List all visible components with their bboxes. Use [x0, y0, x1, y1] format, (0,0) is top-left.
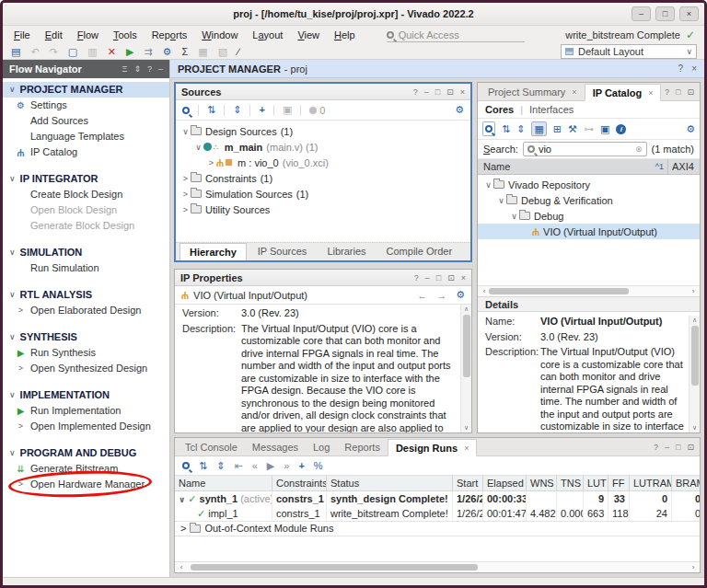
tab-ip-catalog[interactable]: IP Catalog×	[585, 84, 662, 101]
maximize-button[interactable]: □	[655, 6, 675, 21]
scrollbar-thumb[interactable]	[191, 564, 477, 571]
fn-section-project-manager[interactable]: ∨PROJECT MANAGER	[3, 82, 169, 98]
vertical-scrollbar[interactable]: ∧ ∨	[460, 305, 471, 432]
maximize-panel-icon[interactable]: □	[435, 87, 440, 97]
fn-item-add-sources[interactable]: Add Sources	[3, 113, 169, 129]
tab-log[interactable]: Log	[306, 438, 337, 455]
close-icon[interactable]: ×	[691, 63, 697, 74]
help-icon[interactable]: ?	[147, 64, 152, 74]
float-panel-icon[interactable]: ⊡	[687, 443, 694, 452]
scroll-left-icon[interactable]: ‹	[177, 563, 186, 571]
forward-arrow-icon[interactable]: →	[436, 290, 446, 301]
layout-selector[interactable]: Default Layout ∨	[561, 44, 697, 59]
add-run-icon[interactable]: +	[298, 459, 304, 473]
step-icon[interactable]: ⇉	[144, 45, 152, 59]
runs-header-row[interactable]: Name Constraints Status Start Elapsed WN…	[175, 476, 700, 491]
hierarchy-view-icon[interactable]: ⊞	[553, 122, 562, 136]
disabled-edit-icon[interactable]: ▧	[218, 45, 227, 59]
catalog-column-header[interactable]: Name ^1 AXI4	[478, 159, 700, 175]
fn-item-open-hardware-manager[interactable]: > Open Hardware Manager	[3, 477, 169, 492]
maximize-panel-icon[interactable]: □	[436, 273, 441, 282]
help-icon[interactable]: ?	[665, 87, 669, 97]
tree-item-vio-instance[interactable]: > Ψ m : vio_0(vio_0.xci)	[176, 155, 470, 170]
tree-item-debug[interactable]: ∨ Debug	[478, 208, 700, 224]
float-panel-icon[interactable]: ⊡	[447, 273, 455, 282]
tab-messages[interactable]: Messages	[245, 438, 306, 455]
step-back-icon[interactable]: «	[252, 459, 258, 473]
menu-view[interactable]: View	[297, 29, 319, 40]
expand-all-icon[interactable]: ⇕	[516, 122, 525, 136]
tab-design-runs[interactable]: Design Runs×	[388, 439, 478, 456]
scroll-down-icon[interactable]: ∨	[692, 423, 697, 432]
catalog-search-field[interactable]: vio ⊗	[523, 142, 647, 156]
delete-icon[interactable]: ✕	[108, 45, 116, 59]
scroll-down-icon[interactable]: ∨	[464, 423, 469, 432]
maximize-panel-icon[interactable]: □	[676, 443, 680, 452]
fn-item-run-simulation[interactable]: Run Simulation	[3, 260, 169, 276]
minimize-panel-icon[interactable]: –	[665, 443, 669, 452]
expand-all-icon[interactable]: ⇕	[233, 103, 241, 117]
horizontal-scrollbar[interactable]: ‹ ›	[175, 561, 700, 572]
fn-item-create-block-design[interactable]: Create Block Design	[3, 187, 169, 202]
close-icon[interactable]: ×	[464, 444, 469, 453]
menu-tools[interactable]: Tools	[113, 29, 137, 40]
menu-layout[interactable]: Layout	[252, 29, 283, 40]
quick-access-search[interactable]: Quick Access	[387, 29, 525, 42]
help-icon[interactable]: ?	[414, 273, 419, 282]
report-sigma-icon[interactable]: Σ	[181, 45, 188, 59]
key-icon[interactable]: ⊶	[584, 122, 594, 136]
tree-item-m-main[interactable]: ∨ ∴ m_main(main.v) (1)	[176, 139, 470, 155]
fn-section-synthesis[interactable]: ∨SYNTHESIS	[3, 329, 169, 345]
scrollbar-thumb[interactable]	[489, 288, 629, 294]
tab-reports[interactable]: Reports	[337, 438, 388, 455]
help-icon[interactable]: ?	[678, 63, 684, 74]
fn-item-run-synthesis[interactable]: ▶Run Synthesis	[3, 345, 169, 361]
close-icon[interactable]: ×	[572, 87, 576, 97]
scroll-up-icon[interactable]: ∧	[464, 305, 469, 314]
horizontal-scrollbar[interactable]: ‹ ›	[478, 285, 700, 296]
tab-libraries[interactable]: Libraries	[318, 243, 375, 260]
fn-item-run-implementation[interactable]: ▶Run Implementation	[3, 403, 169, 419]
redo-icon[interactable]: ↷	[50, 45, 58, 59]
close-button[interactable]: ×	[679, 6, 699, 21]
scroll-right-icon[interactable]: ›	[689, 563, 698, 571]
tab-compile-order[interactable]: Compile Order	[377, 243, 462, 260]
filter-icon[interactable]: ▦	[531, 121, 546, 136]
minimize-panel-icon[interactable]: –	[158, 64, 163, 74]
tab-tcl-console[interactable]: Tcl Console	[178, 438, 245, 455]
close-icon[interactable]: ×	[461, 273, 466, 282]
menu-flow[interactable]: Flow	[77, 29, 99, 40]
column-name[interactable]: Name	[483, 161, 655, 172]
close-icon[interactable]: ×	[460, 87, 465, 97]
run-icon[interactable]: ▶	[126, 45, 133, 59]
info-icon[interactable]: i	[616, 124, 626, 134]
collapse-all-icon[interactable]: ⇅	[207, 103, 215, 117]
minimize-panel-icon[interactable]: –	[424, 87, 429, 97]
fn-item-open-block-design[interactable]: Open Block Design	[3, 202, 169, 218]
out-of-context-row[interactable]: > Out-of-Context Module Runs	[175, 521, 700, 536]
fn-item-settings[interactable]: ⚙Settings	[3, 98, 169, 113]
fn-item-open-synthesized-design[interactable]: >Open Synthesized Design	[3, 361, 169, 376]
tab-ip-sources[interactable]: IP Sources	[249, 243, 317, 260]
play-icon[interactable]: ▶	[267, 459, 274, 473]
close-icon[interactable]: ×	[648, 88, 653, 98]
paste-icon[interactable]: ▥	[87, 45, 97, 59]
fn-section-program-and-debug[interactable]: ∨PROGRAM AND DEBUG	[3, 445, 169, 461]
gear-icon[interactable]: ⚙	[456, 288, 465, 302]
open-project-icon[interactable]: ▤	[11, 45, 20, 59]
percent-icon[interactable]: %	[314, 459, 323, 473]
run-row-impl[interactable]: ✓impl_1 constrs_1 write_bitstream Comple…	[175, 506, 700, 521]
fn-section-ip-integrator[interactable]: ∨IP INTEGRATOR	[3, 171, 169, 187]
clear-search-icon[interactable]: ⊗	[635, 144, 643, 154]
float-panel-icon[interactable]: ⊡	[446, 87, 454, 97]
fn-section-simulation[interactable]: ∨SIMULATION	[3, 245, 169, 260]
add-sources-icon[interactable]: +	[259, 103, 264, 117]
settings-gear-icon[interactable]: ⚙	[163, 45, 172, 59]
menu-edit[interactable]: Edit	[45, 29, 63, 40]
subtab-cores[interactable]: Cores	[485, 104, 514, 115]
fn-item-ip-catalog[interactable]: ΨIP Catalog	[3, 144, 169, 160]
undo-icon[interactable]: ↶	[30, 45, 39, 59]
gear-icon[interactable]: ⚙	[455, 103, 464, 117]
tree-item-constraints[interactable]: > Constraints(1)	[176, 170, 470, 186]
fn-item-generate-bitstream[interactable]: ⇊Generate Bitstream	[3, 461, 169, 477]
